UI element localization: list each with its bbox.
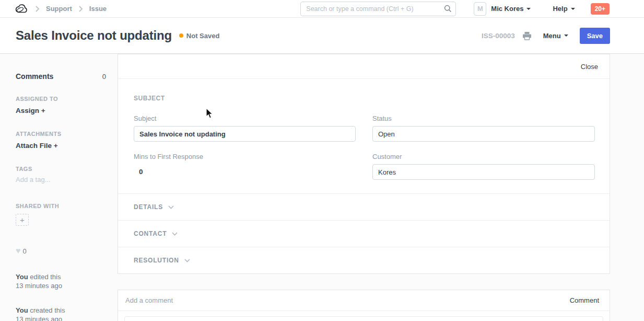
- add-tag-input[interactable]: Add a tag...: [16, 176, 106, 184]
- menu-dropdown[interactable]: Menu: [543, 32, 568, 40]
- activity-action: created this: [30, 306, 65, 314]
- comments-count: 0: [102, 73, 106, 81]
- activity-when: 13 minutes ago: [16, 315, 62, 321]
- heart-icon: ♥: [16, 247, 21, 255]
- status-text: Not Saved: [186, 32, 220, 40]
- comment-header: Add a comment Comment: [118, 290, 610, 311]
- comment-submit-button[interactable]: Comment: [570, 296, 599, 304]
- chevron-right-icon: [78, 6, 83, 12]
- chevron-down-icon: [564, 35, 568, 37]
- like-button[interactable]: ♥ 0: [16, 247, 106, 255]
- search-input[interactable]: [300, 2, 456, 16]
- field-customer: Customer: [372, 153, 595, 180]
- field-subject: Subject: [134, 114, 356, 142]
- subject-section: SUBJECT Subject Status Mins to First Res…: [118, 79, 610, 193]
- details-heading: DETAILS: [134, 203, 163, 211]
- form-sidebar: Comments 0 ASSIGNED TO Assign + ATTACHME…: [0, 54, 118, 321]
- add-comment-placeholder[interactable]: Add a comment: [125, 296, 173, 304]
- attachments-heading: ATTACHMENTS: [16, 131, 106, 137]
- resolution-heading: RESOLUTION: [134, 257, 179, 264]
- activity-edited: You edited this 13 minutes ago: [16, 272, 106, 290]
- status-input[interactable]: [372, 126, 595, 142]
- not-saved-indicator: Not Saved: [179, 32, 220, 40]
- section-heading: SUBJECT: [134, 95, 594, 102]
- attach-file-button[interactable]: Attach File +: [16, 142, 106, 150]
- navbar: Support Issue M Mic Kores Help 20+: [0, 0, 644, 18]
- like-count: 0: [23, 247, 27, 255]
- section-details[interactable]: DETAILS: [118, 193, 610, 220]
- user-menu[interactable]: Mic Kores: [491, 5, 531, 13]
- activity-who: You: [16, 273, 28, 281]
- chevron-right-icon: [35, 6, 40, 12]
- field-status: Status: [372, 114, 595, 142]
- subject-input[interactable]: [134, 126, 356, 142]
- notifications-badge[interactable]: 20+: [591, 3, 610, 15]
- close-button[interactable]: Close: [581, 63, 598, 71]
- breadcrumb: Support Issue: [15, 3, 107, 14]
- assign-button[interactable]: Assign +: [16, 107, 106, 114]
- activity-who: You: [16, 306, 28, 314]
- search-icon[interactable]: [444, 5, 452, 13]
- customer-input[interactable]: [372, 164, 595, 180]
- save-button[interactable]: Save: [580, 28, 610, 44]
- tags-heading: TAGS: [16, 166, 106, 172]
- page-title: Sales Invoice not updating: [16, 28, 172, 43]
- mins-value: 0: [134, 164, 356, 176]
- help-label: Help: [553, 5, 567, 13]
- shared-with-heading: SHARED WITH: [16, 203, 106, 209]
- contact-heading: CONTACT: [134, 230, 167, 237]
- status-dot-icon: [179, 33, 183, 38]
- chevron-down-icon: [172, 232, 178, 236]
- customer-label: Customer: [372, 153, 595, 160]
- navbar-actions: M Mic Kores Help 20+: [300, 2, 610, 16]
- app-cloud-logo-icon[interactable]: [15, 3, 29, 14]
- subject-label: Subject: [134, 114, 356, 122]
- document-id: ISS-00003: [482, 32, 515, 40]
- share-add-button[interactable]: +: [16, 214, 29, 226]
- section-contact[interactable]: CONTACT: [118, 220, 610, 247]
- form-toolbar: Close: [118, 54, 610, 79]
- breadcrumb-issue[interactable]: Issue: [89, 5, 107, 13]
- user-name-label: Mic Kores: [491, 5, 523, 13]
- chevron-down-icon: [184, 259, 190, 262]
- activity-action: edited this: [30, 273, 61, 281]
- form-card: Close SUBJECT Subject Status Mins to Fir…: [118, 54, 610, 274]
- avatar[interactable]: M: [474, 2, 486, 16]
- menu-label: Menu: [543, 32, 561, 40]
- comments-label: Comments: [16, 72, 53, 81]
- activity-created: You created this 13 minutes ago: [16, 306, 106, 321]
- field-mins-to-first-response: Mins to First Response 0: [134, 153, 356, 180]
- breadcrumb-support[interactable]: Support: [46, 5, 72, 13]
- chevron-down-icon: [571, 8, 575, 10]
- section-resolution[interactable]: RESOLUTION: [118, 247, 610, 273]
- help-menu[interactable]: Help: [553, 5, 575, 13]
- sidebar-comments[interactable]: Comments 0: [16, 72, 106, 81]
- comment-card: Add a comment Comment: [118, 290, 610, 321]
- comment-body: [118, 311, 610, 321]
- comment-textarea[interactable]: [124, 316, 603, 321]
- assigned-to-heading: ASSIGNED TO: [16, 96, 106, 102]
- mins-label: Mins to First Response: [134, 153, 356, 160]
- form-main: Close SUBJECT Subject Status Mins to Fir…: [118, 54, 610, 321]
- page-header: Sales Invoice not updating Not Saved ISS…: [0, 18, 644, 54]
- activity-when: 13 minutes ago: [16, 282, 62, 290]
- global-search: [300, 2, 456, 16]
- print-icon[interactable]: [522, 31, 532, 40]
- status-label: Status: [372, 114, 595, 122]
- chevron-down-icon: [168, 205, 174, 209]
- chevron-down-icon: [526, 8, 531, 10]
